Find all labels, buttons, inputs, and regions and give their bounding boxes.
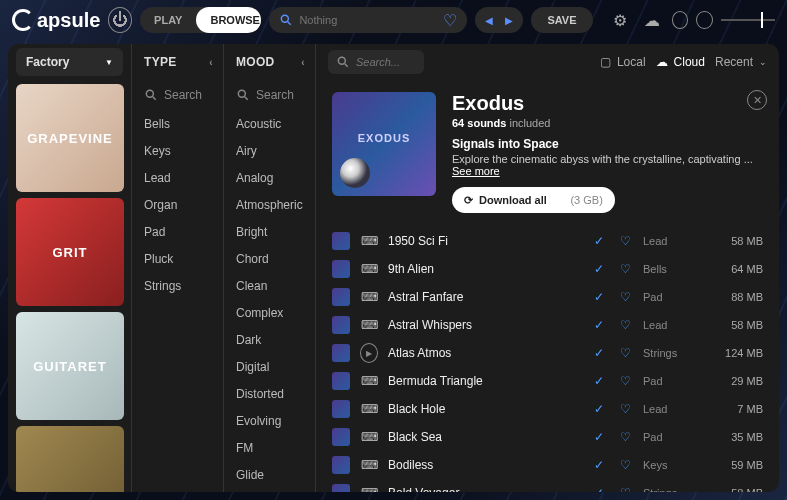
next-button[interactable]: ▶ [499,15,519,26]
sound-name: Bodiless [388,458,581,472]
heart-icon[interactable]: ♡ [443,11,457,30]
factory-dropdown[interactable]: Factory▼ [16,48,123,76]
mood-search[interactable]: Search [224,80,315,110]
mood-item[interactable]: Huge [224,488,315,492]
download-all-button[interactable]: ⟳ Download all (3 GB) [452,187,615,213]
check-icon[interactable]: ✓ [591,290,607,304]
mood-item[interactable]: Evolving [224,407,315,434]
browse-tab[interactable]: BROWSE [196,7,261,33]
type-header[interactable]: TYPE‹ [132,44,223,80]
sound-row[interactable]: ⌨Black Sea✓♡Pad35 MB [316,423,779,451]
sound-category: Bells [643,263,703,275]
mood-item[interactable]: FM [224,434,315,461]
sound-category: Pad [643,375,703,387]
mood-item[interactable]: Bright [224,218,315,245]
favorite-icon[interactable]: ♡ [617,430,633,444]
content-topbar: ▢Local ☁Cloud Recent⌄ [316,44,779,80]
see-more-link[interactable]: See more [452,165,500,177]
close-button[interactable]: ✕ [747,90,767,110]
check-icon[interactable]: ✓ [591,318,607,332]
check-icon[interactable]: ✓ [591,486,607,492]
power-icon[interactable]: ⏻ [108,7,132,33]
sound-category: Pad [643,291,703,303]
mood-item[interactable]: Distorted [224,380,315,407]
save-button[interactable]: SAVE [531,7,592,33]
mood-item[interactable]: Dark [224,326,315,353]
type-item[interactable]: Pluck [132,245,223,272]
type-item[interactable]: Lead [132,164,223,191]
check-icon[interactable]: ✓ [591,374,607,388]
sound-row[interactable]: ⌨Black Hole✓♡Lead7 MB [316,395,779,423]
type-item[interactable]: Keys [132,137,223,164]
favorite-icon[interactable]: ♡ [617,402,633,416]
pack-tile[interactable] [16,426,124,492]
sound-row[interactable]: ⌨Astral Whispers✓♡Lead58 MB [316,311,779,339]
favorite-icon[interactable]: ♡ [617,234,633,248]
mood-item[interactable]: Clean [224,272,315,299]
type-item[interactable]: Organ [132,191,223,218]
pack-tile[interactable]: GRIT [16,198,124,306]
sound-row[interactable]: ⌨Bodiless✓♡Keys59 MB [316,451,779,479]
check-icon[interactable]: ✓ [591,346,607,360]
svg-point-0 [282,15,289,22]
play-icon[interactable]: ▶ [360,343,378,363]
sound-row[interactable]: ⌨Bold Voyager✓♡Strings58 MB [316,479,779,492]
mood-item[interactable]: Airy [224,137,315,164]
sound-row[interactable]: ⌨1950 Sci Fi✓♡Lead58 MB [316,227,779,255]
circle-icon-1[interactable] [672,11,689,29]
favorite-icon[interactable]: ♡ [617,374,633,388]
type-item[interactable]: Pad [132,218,223,245]
check-icon[interactable]: ✓ [591,262,607,276]
type-item[interactable]: Strings [132,272,223,299]
mood-item[interactable]: Glide [224,461,315,488]
volume-slider[interactable] [721,7,775,33]
favorite-icon[interactable]: ♡ [617,346,633,360]
circle-icon-2[interactable] [696,11,713,29]
top-search[interactable]: ♡ [269,7,467,33]
sound-row[interactable]: ⌨Bermuda Triangle✓♡Pad29 MB [316,367,779,395]
sound-row[interactable]: ⌨Astral Fanfare✓♡Pad88 MB [316,283,779,311]
local-toggle[interactable]: ▢Local [600,55,646,69]
svg-line-3 [153,97,156,100]
pack-tile[interactable]: GUITARET [16,312,124,420]
favorite-icon[interactable]: ♡ [617,262,633,276]
mood-item[interactable]: Analog [224,164,315,191]
content-search[interactable] [328,50,424,74]
check-icon[interactable]: ✓ [591,234,607,248]
search-icon [236,88,250,102]
favorite-icon[interactable]: ♡ [617,290,633,304]
prev-button[interactable]: ◀ [479,15,499,26]
mood-item[interactable]: Chord [224,245,315,272]
check-icon[interactable]: ✓ [591,430,607,444]
sound-size: 58 MB [713,319,763,331]
piano-icon: ⌨ [361,486,378,492]
play-tab[interactable]: PLAY [140,7,196,33]
mood-item[interactable]: Acoustic [224,110,315,137]
recent-dropdown[interactable]: Recent⌄ [715,55,767,69]
gear-icon[interactable]: ⚙ [609,7,633,33]
type-item[interactable]: Bells [132,110,223,137]
check-icon[interactable]: ✓ [591,458,607,472]
cloud-toggle[interactable]: ☁Cloud [656,55,705,69]
search-icon [279,13,293,27]
mood-item[interactable]: Digital [224,353,315,380]
content-search-input[interactable] [356,56,416,68]
top-search-input[interactable] [299,14,437,26]
pack-subtitle: Signals into Space [452,137,763,151]
mood-item[interactable]: Atmospheric [224,191,315,218]
cloud-icon[interactable]: ☁ [640,7,664,33]
sound-row[interactable]: ▶Atlas Atmos✓♡Strings124 MB [316,339,779,367]
check-icon[interactable]: ✓ [591,402,607,416]
mood-header[interactable]: MOOD‹ [224,44,315,80]
favorite-icon[interactable]: ♡ [617,318,633,332]
type-search[interactable]: Search [132,80,223,110]
piano-icon: ⌨ [361,290,378,304]
sound-thumb [332,260,350,278]
sound-count: 64 sounds included [452,117,763,129]
mood-item[interactable]: Complex [224,299,315,326]
sound-name: Bermuda Triangle [388,374,581,388]
sound-row[interactable]: ⌨9th Alien✓♡Bells64 MB [316,255,779,283]
favorite-icon[interactable]: ♡ [617,458,633,472]
favorite-icon[interactable]: ♡ [617,486,633,492]
pack-tile[interactable]: GRAPEVINE [16,84,124,192]
